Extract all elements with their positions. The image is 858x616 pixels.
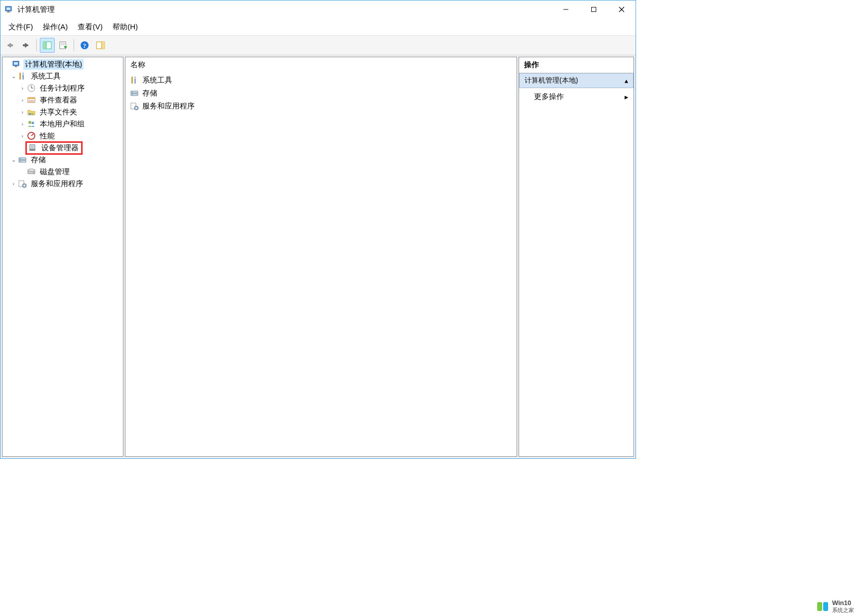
list-item-label: 存储: [142, 89, 157, 98]
menu-view[interactable]: 查看(V): [73, 20, 107, 34]
list-item-system-tools[interactable]: 系统工具: [127, 74, 515, 87]
window-title: 计算机管理: [17, 5, 552, 14]
tree-expander[interactable]: [3, 61, 11, 67]
svg-point-51: [28, 169, 35, 172]
menu-help[interactable]: 帮助(H): [107, 20, 143, 34]
system-tools-icon: [129, 75, 139, 85]
svg-point-38: [31, 113, 33, 115]
properties-button[interactable]: [56, 38, 71, 53]
menu-file[interactable]: 文件(F): [3, 20, 38, 34]
svg-point-58: [134, 78, 135, 79]
tree-label: 性能: [38, 131, 56, 141]
actions-section[interactable]: 计算机管理(本地) ▴: [519, 73, 634, 88]
tree-label: 设备管理器: [40, 143, 80, 153]
chevron-right-icon: ▸: [625, 93, 629, 102]
tree-label: 事件查看器: [38, 95, 79, 105]
tree-expander-closed[interactable]: ›: [18, 133, 26, 139]
tree-task-scheduler[interactable]: › 任务计划程序: [2, 82, 123, 94]
show-hide-tree-button[interactable]: [40, 38, 55, 53]
tree-expander-closed[interactable]: ›: [18, 97, 26, 103]
window-controls: [552, 0, 636, 18]
tree-expander-closed[interactable]: ›: [9, 181, 17, 187]
tree-local-users-groups[interactable]: › 本地用户和组: [2, 118, 123, 130]
tree-expander-open[interactable]: ⌄: [9, 73, 17, 80]
toolbar: ?: [0, 35, 636, 55]
svg-point-48: [20, 158, 21, 159]
svg-rect-25: [14, 62, 18, 65]
svg-line-42: [31, 134, 33, 136]
system-tools-icon: [17, 71, 27, 81]
svg-point-39: [28, 121, 31, 124]
help-button[interactable]: ?: [77, 38, 92, 53]
watermark: Win10 系统之家: [817, 599, 854, 614]
list-body: 系统工具 存储 服务和应用程序: [125, 73, 517, 113]
menu-action[interactable]: 操作(A): [38, 20, 73, 34]
app-icon: [4, 5, 13, 14]
svg-rect-11: [23, 44, 25, 46]
svg-text:?: ?: [83, 42, 87, 49]
tree-shared-folders[interactable]: › 共享文件夹: [2, 106, 123, 118]
tree-expander-closed[interactable]: ›: [18, 109, 26, 115]
tree-expander-closed[interactable]: ›: [18, 121, 26, 127]
svg-rect-44: [31, 146, 34, 148]
svg-point-40: [32, 122, 34, 124]
list-column-name[interactable]: 名称: [125, 57, 517, 73]
list-item-services-apps[interactable]: 服务和应用程序: [127, 100, 515, 112]
svg-rect-13: [43, 42, 46, 49]
performance-icon: [26, 131, 36, 141]
actions-section-title: 计算机管理(本地): [525, 76, 578, 85]
show-hide-action-pane-button[interactable]: [93, 38, 108, 53]
svg-rect-26: [15, 66, 17, 67]
device-manager-icon: [28, 143, 38, 153]
close-button[interactable]: [608, 0, 636, 18]
svg-marker-10: [25, 43, 29, 48]
list-item-label: 系统工具: [142, 76, 172, 85]
computer-management-icon: [11, 59, 21, 69]
svg-point-65: [136, 107, 137, 109]
svg-rect-34: [28, 98, 35, 99]
actions-more-label: 更多操作: [534, 92, 564, 102]
menubar: 文件(F) 操作(A) 查看(V) 帮助(H): [0, 18, 636, 35]
nav-forward-button[interactable]: [18, 38, 33, 53]
services-apps-icon: [129, 101, 139, 111]
svg-rect-5: [592, 7, 596, 12]
svg-rect-1: [6, 7, 10, 10]
svg-point-55: [24, 185, 25, 187]
tree-services-apps[interactable]: › 服务和应用程序: [2, 178, 123, 190]
tree-root[interactable]: 计算机管理(本地): [2, 58, 123, 70]
app-window: 计算机管理 文件(F) 操作(A) 查看(V) 帮助(H) ?: [0, 0, 636, 459]
maximize-button[interactable]: [580, 0, 608, 18]
nav-back-button[interactable]: [2, 38, 17, 53]
minimize-button[interactable]: [552, 0, 580, 18]
tree-disk-management[interactable]: 磁盘管理: [2, 166, 123, 178]
tree-label: 计算机管理(本地): [23, 59, 84, 70]
svg-rect-9: [11, 44, 13, 46]
tree-performance[interactable]: › 性能: [2, 130, 123, 142]
titlebar: 计算机管理: [0, 0, 636, 18]
tree-label: 系统工具: [29, 71, 62, 82]
tree-system-tools[interactable]: ⌄ 系统工具: [2, 70, 123, 82]
tree-label: 本地用户和组: [38, 119, 86, 129]
svg-rect-27: [19, 73, 21, 80]
tree-device-manager[interactable]: 设备管理器: [2, 142, 123, 154]
tree-expander-closed[interactable]: ›: [18, 85, 26, 91]
svg-rect-22: [102, 42, 105, 49]
workarea: 计算机管理(本地) ⌄ 系统工具 › 任务计划程序 › 事件查看器: [0, 55, 636, 458]
storage-icon: [129, 88, 139, 98]
tree-label: 共享文件夹: [38, 107, 79, 117]
svg-marker-8: [7, 43, 11, 48]
clock-icon: [26, 83, 36, 93]
tree-label: 存储: [29, 155, 47, 165]
tree-label: 服务和应用程序: [29, 179, 85, 189]
actions-more[interactable]: 更多操作 ▸: [519, 88, 634, 105]
toolbar-separator: [74, 39, 74, 51]
tree-event-viewer[interactable]: › 事件查看器: [2, 94, 123, 106]
disk-management-icon: [26, 167, 36, 177]
services-apps-icon: [17, 179, 27, 189]
tree-expander: [18, 169, 26, 175]
tree-storage[interactable]: ⌄ 存储: [2, 154, 123, 166]
svg-point-61: [132, 92, 133, 93]
tree-expander-open[interactable]: ⌄: [9, 157, 17, 163]
list-item-storage[interactable]: 存储: [127, 87, 515, 100]
tree-label: 磁盘管理: [38, 167, 71, 177]
